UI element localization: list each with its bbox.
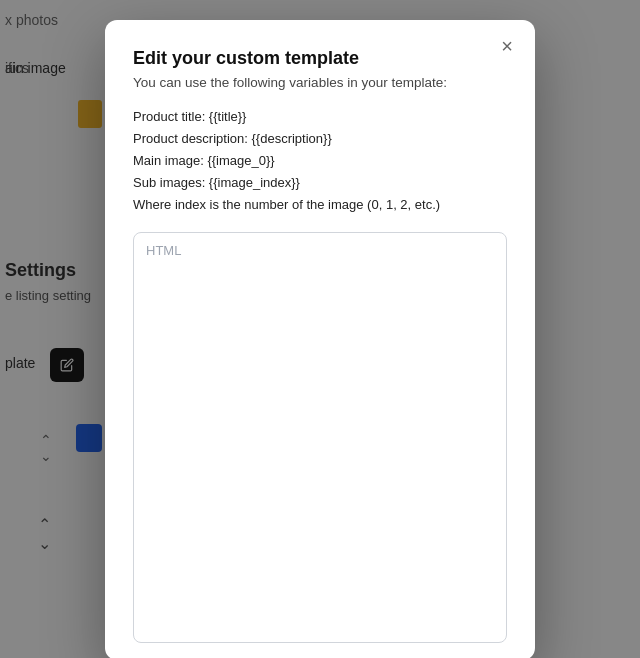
edit-template-modal: × Edit your custom template You can use … (105, 20, 535, 658)
modal-subtitle: You can use the following variables in y… (133, 75, 507, 90)
variable-description: Product description: {{description}} (133, 128, 507, 150)
modal-title: Edit your custom template (133, 48, 507, 69)
html-textarea[interactable] (134, 258, 506, 638)
textarea-label: HTML (134, 233, 506, 258)
variable-index-note: Where index is the number of the image (… (133, 194, 507, 216)
variable-title: Product title: {{title}} (133, 106, 507, 128)
variable-main-image: Main image: {{image_0}} (133, 150, 507, 172)
modal-wrapper: × Edit your custom template You can use … (0, 0, 640, 658)
close-button[interactable]: × (495, 34, 519, 58)
variables-list: Product title: {{title}} Product descrip… (133, 106, 507, 216)
html-editor-wrapper: HTML (133, 232, 507, 643)
variable-sub-images: Sub images: {{image_index}} (133, 172, 507, 194)
